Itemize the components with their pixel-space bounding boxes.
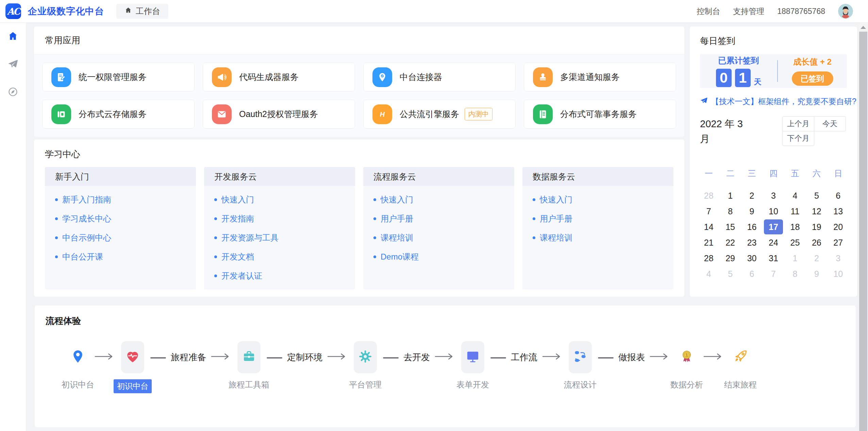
prev-month-button[interactable]: 上个月 [782,116,814,131]
calendar-day[interactable]: 14 [698,219,719,235]
calendar-day[interactable]: 28 [698,250,719,266]
learning-link[interactable]: 课程培训 [373,228,504,247]
nav-support[interactable]: 支持管理 [733,6,764,17]
calendar-day[interactable]: 26 [806,235,827,250]
calendar-day[interactable]: 9 [806,266,827,282]
calendar-day[interactable]: 8 [719,203,741,219]
journey-step[interactable]: 旅程工具箱 [237,341,261,373]
calendar-day[interactable]: 20 [828,219,849,235]
calendar-day[interactable]: 25 [784,235,806,250]
journey-arrow [95,341,115,373]
calendar-day[interactable]: 2 [806,250,827,266]
learning-link[interactable]: 中台示例中心 [55,228,186,247]
calendar-day[interactable]: 15 [719,219,741,235]
learning-link-label: 用户手册 [540,213,572,224]
learning-link[interactable]: 新手入门指南 [55,190,186,209]
calendar-day[interactable]: 8 [784,266,806,282]
learning-link[interactable]: 课程培训 [533,228,663,247]
journey-step[interactable]: 流程设计 [569,341,592,373]
learning-link[interactable]: 用户手册 [533,209,663,228]
calendar-day[interactable]: 7 [763,266,784,282]
journey-step[interactable]: 表单开发 [461,341,484,373]
calendar-day[interactable]: 17 [763,219,784,235]
article-link[interactable]: 【技术一文】框架组件，究竟要不要自研? [700,96,847,107]
nav-console[interactable]: 控制台 [697,6,720,17]
calendar-day[interactable]: 3 [828,250,849,266]
journey-step[interactable]: 1数据分析 [676,341,697,373]
next-month-button[interactable]: 下个月 [782,131,814,146]
map-pin-icon [70,349,86,366]
learning-link[interactable]: 开发指南 [214,209,345,228]
learning-link[interactable]: 快速入门 [533,190,663,209]
learning-link[interactable]: 开发资源与工具 [214,228,345,247]
app-card[interactable]: 中台连接器 [363,63,516,92]
learning-link[interactable]: 快速入门 [214,190,345,209]
learning-link[interactable]: 学习成长中心 [55,209,186,228]
calendar-day[interactable]: 16 [741,219,763,235]
calendar-day[interactable]: 27 [828,235,849,250]
sidebar-item-home[interactable] [0,23,26,51]
learning-link[interactable]: 开发者认证 [214,266,345,285]
calendar-day[interactable]: 6 [741,266,763,282]
calendar-day[interactable]: 1 [719,188,741,203]
user-phone: 18878765768 [777,7,825,16]
scrollbar[interactable] [858,23,868,431]
calendar-day[interactable]: 4 [784,188,806,203]
calendar-day[interactable]: 30 [741,250,763,266]
journey-step[interactable]: 初识中台 [121,341,144,373]
scrollbar-up-arrow[interactable] [858,23,868,32]
app-card[interactable]: 代码生成器服务 [203,63,355,92]
bullet-icon [55,198,58,201]
scrollbar-thumb[interactable] [859,32,867,431]
calendar-day[interactable]: 4 [698,266,719,282]
calendar-day[interactable]: 11 [784,203,806,219]
learning-link[interactable]: 快速入门 [373,190,504,209]
calendar-day[interactable]: 13 [828,203,849,219]
sidebar-item-paper-plane[interactable] [0,51,26,79]
calendar-day[interactable]: 31 [763,250,784,266]
calendar-day[interactable]: 1 [784,250,806,266]
signed-button[interactable]: 已签到 [792,71,833,86]
calendar-day[interactable]: 19 [806,219,827,235]
calendar-day[interactable]: 10 [763,203,784,219]
learning-link[interactable]: Demo课程 [373,247,504,266]
journey-step[interactable]: 平台管理 [354,341,377,373]
calendar-day[interactable]: 23 [741,235,763,250]
calendar-day[interactable]: 29 [719,250,741,266]
calendar-day[interactable]: 12 [806,203,827,219]
signin-day-digit: 1 [735,69,751,87]
sidebar-item-compass[interactable] [0,79,26,106]
calendar-day[interactable]: 2 [741,188,763,203]
journey-step[interactable]: 结束旅程 [730,341,751,373]
avatar[interactable] [838,4,853,19]
app-card[interactable]: 分布式云存储服务 [42,100,195,129]
calendar-day[interactable]: 5 [806,188,827,203]
calendar-day[interactable]: 28 [698,188,719,203]
app-card[interactable]: 统一权限管理服务 [42,63,195,92]
calendar-day[interactable]: 6 [828,188,849,203]
journey-connector: 去开发 [383,341,455,373]
tab-workbench[interactable]: 工作台 [116,4,168,19]
calendar-day[interactable]: 9 [741,203,763,219]
journey-connector: 做报表 [598,341,670,373]
app-card[interactable]: Oauth2授权管理服务 [203,100,355,129]
learning-link-label: 快速入门 [540,194,572,205]
calendar-day[interactable]: 22 [719,235,741,250]
calendar-day[interactable]: 3 [763,188,784,203]
today-button[interactable]: 今天 [814,116,846,131]
calendar-day[interactable]: 21 [698,235,719,250]
journey-step-label: 数据分析 [670,379,703,390]
calendar-day[interactable]: 5 [719,266,741,282]
learning-link[interactable]: 用户手册 [373,209,504,228]
calendar-day[interactable]: 10 [828,266,849,282]
app-card[interactable]: 多渠道通知服务 [524,63,676,92]
calendar-day[interactable]: 18 [784,219,806,235]
app-card[interactable]: H公共流引擎服务内测中 [363,100,516,129]
calendar-day[interactable]: 7 [698,203,719,219]
beta-badge: 内测中 [465,108,493,120]
learning-link[interactable]: 开发文档 [214,247,345,266]
journey-step[interactable]: 初识中台 [67,341,88,373]
learning-link[interactable]: 中台公开课 [55,247,186,266]
app-card[interactable]: 分布式可靠事务服务 [524,100,676,129]
calendar-day[interactable]: 24 [763,235,784,250]
